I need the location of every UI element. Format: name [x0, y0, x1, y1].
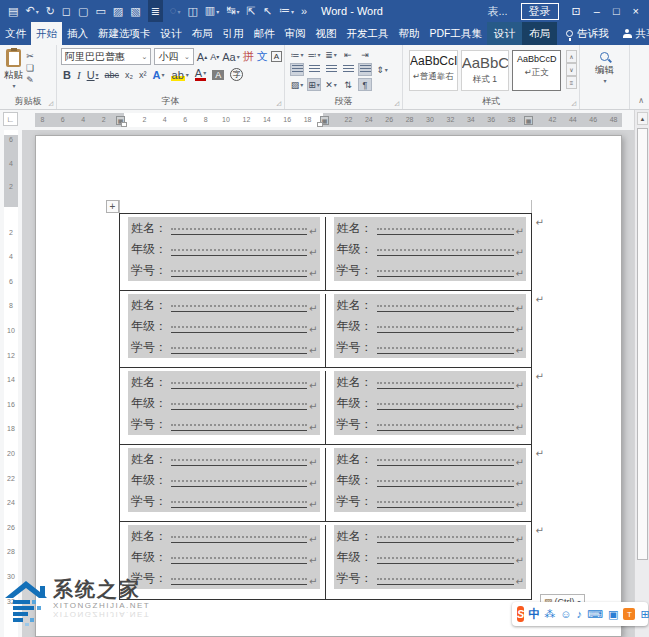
tab-PDF工具集[interactable]: PDF工具集 — [425, 22, 488, 45]
dialog-launcher-icon[interactable]: ◿ — [394, 99, 399, 106]
vertical-scrollbar[interactable]: ▲ — [634, 110, 649, 637]
reading-view-icon[interactable]: ≣ — [148, 0, 163, 22]
grow-font-button[interactable]: A▴ — [197, 51, 207, 63]
tab-布局[interactable]: 布局 — [187, 22, 218, 45]
distribute-icon[interactable] — [358, 63, 372, 76]
dialog-launcher-icon[interactable]: ◿ — [48, 99, 53, 106]
style-card-selected[interactable]: AaBbCcD ↵正文 — [512, 50, 561, 91]
style-card[interactable]: AaBbC 样式 1 — [461, 50, 510, 91]
text-effects-button[interactable]: A▾ — [153, 69, 165, 81]
indent-marker[interactable] — [121, 122, 127, 127]
view-toggle-icon[interactable]: ◌▾ — [170, 0, 181, 23]
decrease-indent-icon[interactable]: ⇤ — [341, 48, 355, 61]
cut-icon[interactable]: ✂ — [26, 51, 34, 61]
tab-审阅[interactable]: 审阅 — [280, 22, 311, 45]
line-spacing-icon[interactable]: ⇕▾ — [375, 63, 389, 76]
indent-marker[interactable] — [317, 122, 323, 127]
character-border-button[interactable]: A — [271, 51, 282, 62]
table-cell[interactable]: 姓名：↵年级：↵学号：↵ — [120, 294, 326, 367]
bullets-icon[interactable]: ≔▾ — [290, 48, 304, 61]
tab-插入[interactable]: 插入 — [62, 22, 93, 45]
table-cell[interactable]: 姓名：↵年级：↵学号：↵ — [120, 217, 326, 290]
contextual-tab-布局[interactable]: 布局 — [522, 22, 557, 45]
bold-button[interactable]: B — [63, 69, 71, 81]
sort-icon[interactable]: ⇅ — [341, 78, 355, 91]
table-column-marker[interactable]: ▦ — [524, 116, 533, 125]
highlight-color-button[interactable]: ab▾ — [171, 69, 189, 81]
table-cell[interactable]: 姓名：↵年级：↵学号：↵ — [120, 448, 326, 521]
subscript-button[interactable]: x₂ — [125, 70, 133, 80]
align-center-icon[interactable] — [307, 63, 321, 76]
table-row[interactable]: 姓名：↵年级：↵学号：↵姓名：↵年级：↵学号：↵↵ — [120, 445, 531, 522]
tab-selector-box[interactable]: ∟ — [3, 112, 18, 126]
table-cell[interactable]: 姓名：↵年级：↵学号：↵ — [120, 525, 326, 599]
table-row[interactable]: 姓名：↵年级：↵学号：↵姓名：↵年级：↵学号：↵↵ — [120, 368, 531, 445]
two-pages-icon[interactable]: ◫ — [187, 0, 197, 22]
font-name-combo[interactable]: 阿里巴巴普惠⌄ — [61, 48, 151, 65]
numbering-icon[interactable]: ≕▾ — [307, 48, 321, 61]
maximize-icon[interactable]: □ — [613, 5, 620, 17]
borders-icon[interactable]: ⊞▾ — [307, 78, 321, 91]
keyboard-icon[interactable]: ⌨ — [587, 609, 603, 620]
paste-special-icon[interactable]: ▧ — [130, 0, 140, 22]
styles-scroll-down-icon[interactable]: ∨ — [566, 63, 577, 76]
document-page[interactable]: + 姓名：↵年级：↵学号：↵姓名：↵年级：↵学号：↵↵姓名：↵年级：↵学号：↵姓… — [35, 135, 622, 637]
apps-icon[interactable]: ⊞ — [640, 609, 649, 620]
tell-me-button[interactable]: 告诉我 — [559, 22, 616, 45]
tab-开发工具[interactable]: 开发工具 — [342, 22, 394, 45]
list-icon[interactable]: ≔▾ — [279, 0, 294, 23]
minimize-icon[interactable]: – — [594, 5, 600, 17]
sogou-logo-icon[interactable]: S — [517, 606, 524, 622]
increase-indent-icon[interactable]: ⇥ — [358, 48, 372, 61]
phonetic-guide-icon[interactable]: 拼 — [243, 49, 254, 64]
student-info-table[interactable]: + 姓名：↵年级：↵学号：↵姓名：↵年级：↵学号：↵↵姓名：↵年级：↵学号：↵姓… — [119, 213, 532, 600]
sign-in-button[interactable]: 登录 — [521, 3, 559, 20]
multilevel-list-icon[interactable]: ≣▾ — [324, 48, 338, 61]
redo-icon[interactable]: ↻ — [46, 0, 55, 22]
paw-icon[interactable]: ⁂ — [544, 609, 555, 620]
tab-邮件[interactable]: 邮件 — [249, 22, 280, 45]
undo-icon[interactable]: ↶▾ — [25, 0, 38, 23]
table-cell[interactable]: 姓名：↵年级：↵学号：↵ — [326, 217, 532, 290]
dialog-launcher-icon[interactable]: ◿ — [276, 99, 281, 106]
scroll-up-icon[interactable]: ▲ — [637, 112, 648, 125]
tab-视图[interactable]: 视图 — [311, 22, 342, 45]
style-card[interactable]: AaBbCcI ↵普通靠右 — [409, 50, 458, 91]
copy-icon[interactable]: ❏ — [26, 63, 34, 73]
smiley-icon[interactable]: ☺ — [560, 609, 571, 620]
new-document-icon[interactable]: ▢ — [78, 0, 88, 22]
table-cell[interactable]: 姓名：↵年级：↵学号：↵ — [120, 371, 326, 444]
editing-group[interactable]: 编辑 ▾ — [580, 45, 630, 109]
contextual-tab-设计[interactable]: 设计 — [487, 22, 522, 45]
format-painter-icon[interactable]: ✎ — [26, 75, 34, 85]
tab-设计[interactable]: 设计 — [156, 22, 187, 45]
collapse-ribbon-icon[interactable]: ∧ — [638, 96, 644, 105]
mic-icon[interactable]: ♪ — [577, 609, 583, 620]
justify-icon[interactable] — [341, 63, 355, 76]
italic-button[interactable]: I — [77, 69, 81, 81]
strikethrough-button[interactable]: abc — [105, 70, 120, 80]
tab-新建选项卡[interactable]: 新建选项卡 — [93, 22, 156, 45]
tab-帮助[interactable]: 帮助 — [394, 22, 425, 45]
shrink-font-button[interactable]: A▾ — [210, 52, 219, 62]
share-button[interactable]: 共享 — [616, 22, 649, 45]
open-folder-icon[interactable]: ▭ — [95, 0, 105, 22]
enclose-characters-button[interactable]: 字 — [230, 68, 243, 81]
table-cell[interactable]: 姓名：↵年级：↵学号：↵ — [326, 371, 532, 444]
styles-scroll-up-icon[interactable]: ∧ — [566, 50, 577, 63]
align-right-icon[interactable] — [324, 63, 338, 76]
table-move-handle-icon[interactable]: + — [106, 200, 119, 213]
tab-开始[interactable]: 开始 — [31, 22, 62, 45]
styles-more-icon[interactable]: ≡ — [566, 76, 577, 89]
superscript-button[interactable]: x² — [139, 70, 147, 80]
table-cell[interactable]: 姓名：↵年级：↵学号：↵ — [326, 525, 532, 599]
font-size-combo[interactable]: 小四⌄ — [154, 48, 193, 65]
show-hide-marks-icon[interactable]: ¶ — [358, 78, 372, 91]
chinese-mode-icon[interactable]: 中 — [528, 606, 540, 623]
skin-icon[interactable]: T — [623, 608, 635, 620]
underline-button[interactable]: U▾ — [87, 69, 99, 81]
print-preview-icon[interactable]: ◻ — [62, 0, 71, 22]
tab-引用[interactable]: 引用 — [218, 22, 249, 45]
font-color-button[interactable]: A▾ — [195, 68, 206, 81]
table-cell[interactable]: 姓名：↵年级：↵学号：↵ — [326, 448, 532, 521]
